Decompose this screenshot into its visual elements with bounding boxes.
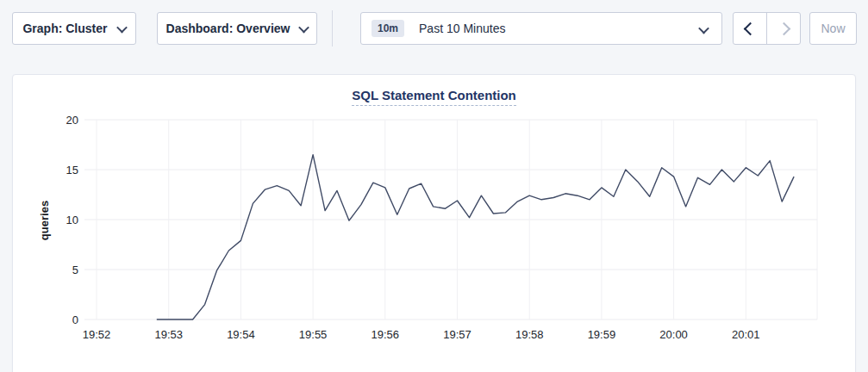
dashboard-dropdown-label: Dashboard: Overview bbox=[166, 22, 290, 35]
chevron-down-icon bbox=[698, 23, 709, 34]
y-axis-label: queries bbox=[38, 201, 51, 240]
svg-text:15: 15 bbox=[66, 164, 78, 177]
chart-panel: SQL Statement Contention 0510152019:5219… bbox=[12, 74, 856, 372]
svg-text:19:57: 19:57 bbox=[443, 328, 471, 341]
svg-text:19:52: 19:52 bbox=[83, 328, 111, 341]
time-window-badge: 10m bbox=[372, 20, 404, 37]
svg-text:0: 0 bbox=[72, 313, 78, 326]
svg-text:20:01: 20:01 bbox=[732, 328, 760, 341]
time-pager bbox=[733, 12, 801, 45]
now-button[interactable]: Now bbox=[809, 12, 857, 45]
svg-text:5: 5 bbox=[72, 264, 78, 276]
svg-text:20: 20 bbox=[66, 114, 78, 127]
time-range-dropdown[interactable]: 10m Past 10 Minutes bbox=[360, 12, 722, 45]
svg-text:19:59: 19:59 bbox=[588, 328, 616, 341]
toolbar-divider bbox=[332, 10, 333, 46]
contention-line-chart: 0510152019:5219:5319:5419:5519:5619:5719… bbox=[13, 75, 855, 368]
svg-text:19:55: 19:55 bbox=[299, 328, 328, 341]
svg-text:19:58: 19:58 bbox=[515, 328, 544, 341]
chevron-left-icon bbox=[743, 22, 757, 35]
time-window-label: Past 10 Minutes bbox=[419, 22, 505, 35]
chevron-down-icon bbox=[116, 22, 128, 33]
chevron-down-icon bbox=[299, 22, 310, 33]
chevron-right-icon bbox=[777, 22, 790, 35]
next-time-button[interactable] bbox=[766, 13, 800, 44]
svg-text:20:00: 20:00 bbox=[659, 328, 688, 341]
svg-text:19:53: 19:53 bbox=[154, 328, 183, 341]
prev-time-button[interactable] bbox=[734, 13, 766, 44]
svg-text:19:56: 19:56 bbox=[372, 328, 400, 341]
dashboard-dropdown[interactable]: Dashboard: Overview bbox=[157, 12, 317, 45]
graph-dropdown-label: Graph: Cluster bbox=[22, 22, 107, 35]
svg-text:19:54: 19:54 bbox=[227, 328, 255, 341]
svg-text:10: 10 bbox=[66, 214, 78, 226]
graph-dropdown[interactable]: Graph: Cluster bbox=[12, 12, 136, 45]
